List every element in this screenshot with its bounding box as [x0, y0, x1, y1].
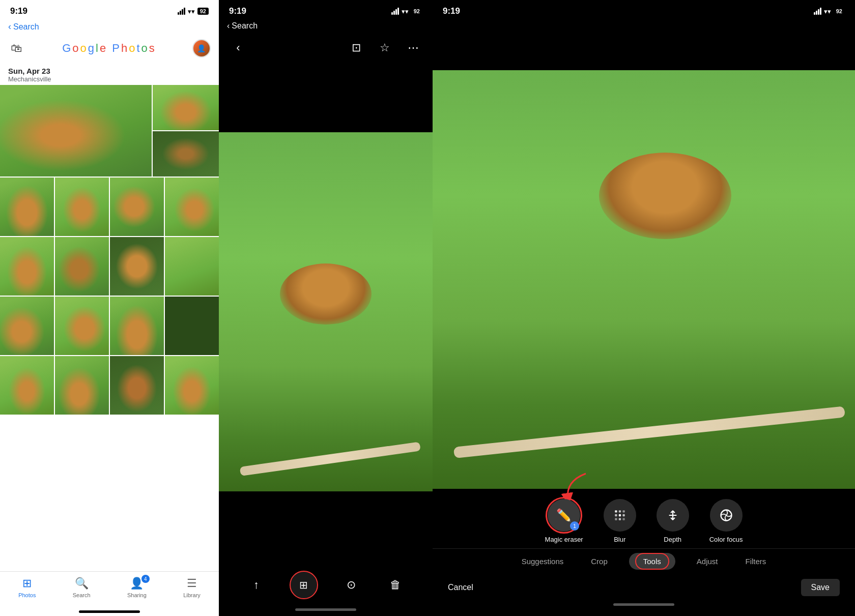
photo-cell-r5-1[interactable]: [0, 356, 54, 415]
photo-grid: [0, 85, 219, 571]
save-button[interactable]: Save: [801, 579, 840, 596]
signal-icon-viewer: [391, 8, 399, 15]
nav-photos-label: Photos: [18, 592, 36, 598]
photo-cell-r3-3[interactable]: [110, 237, 164, 296]
photo-cell-r2-3[interactable]: [110, 178, 164, 236]
more-icon[interactable]: ⋯: [404, 39, 422, 57]
photo-cell-r3-4[interactable]: [165, 237, 219, 296]
viewer-bottom-bar: ↑ ⊞ ⊙ 🗑: [219, 563, 433, 604]
tab-filters[interactable]: Filters: [739, 553, 772, 570]
tool-magic-eraser[interactable]: ✏️ 1 Magic eraser: [545, 499, 583, 543]
home-indicator-edit: [613, 603, 674, 606]
nav-library[interactable]: ☰ Library: [183, 577, 201, 598]
lens-icon[interactable]: ⊙: [340, 574, 362, 596]
tab-tools[interactable]: Tools: [629, 553, 675, 570]
signal-icon-edit: [814, 8, 821, 15]
photo-row-3: [0, 237, 219, 296]
color-focus-icon-circle: [710, 499, 743, 532]
nav-sharing[interactable]: 👤 4 Sharing: [127, 577, 147, 598]
panel-library: 9:19 ▾▾ 92 ‹ Search 🛍 Google Photos 👤 Su…: [0, 0, 219, 616]
edit-tabs: Suggestions Crop Tools Adjust Filters: [433, 548, 855, 574]
shop-icon[interactable]: 🛍: [8, 40, 24, 56]
back-viewer-icon[interactable]: ‹: [229, 39, 247, 57]
photo-cell-r3-2[interactable]: [55, 237, 109, 296]
tool-blur[interactable]: Blur: [604, 499, 636, 543]
tab-adjust[interactable]: Adjust: [691, 553, 724, 570]
date-section: Sun, Apr 23 Mechanicsville: [0, 63, 219, 85]
user-avatar[interactable]: 👤: [192, 39, 211, 57]
magic-eraser-wrapper: ✏️ 1 Magic eraser: [545, 499, 583, 543]
back-arrow-viewer-icon: ‹: [227, 21, 230, 31]
photo-row-2: [0, 178, 219, 236]
delete-icon[interactable]: 🗑: [384, 574, 407, 596]
photo-cell-r3-1[interactable]: [0, 237, 54, 296]
edit-button[interactable]: ⊞: [290, 571, 318, 599]
share-icon[interactable]: ↑: [245, 574, 268, 596]
tool-depth[interactable]: Depth: [657, 499, 689, 543]
battery-viewer: 92: [411, 8, 422, 15]
depth-icon-circle: [657, 499, 689, 532]
photo-row-5: [0, 356, 219, 415]
status-bar-library: 9:19 ▾▾ 92: [0, 0, 219, 19]
photo-cell-r2-2[interactable]: [55, 178, 109, 236]
wifi-icon-viewer: ▾▾: [402, 8, 409, 15]
top-nav-viewer: ‹ Search: [219, 19, 433, 35]
time-viewer: 9:19: [229, 6, 246, 16]
photos-icon: ⊞: [22, 577, 32, 590]
color-focus-icon: [719, 508, 733, 522]
svg-rect-5: [622, 514, 624, 516]
photo-cell-r5-4[interactable]: [165, 356, 219, 415]
color-focus-label: Color focus: [709, 536, 743, 543]
photo-cell-r4-4[interactable]: [165, 297, 219, 355]
battery-edit: 92: [834, 8, 845, 15]
nav-photos[interactable]: ⊞ Photos: [18, 577, 36, 598]
photo-cell-r4-2[interactable]: [55, 297, 109, 355]
tools-tab-selected-indicator: Tools: [635, 553, 669, 570]
photo-cell-r5-2[interactable]: [55, 356, 109, 415]
nav-sharing-label: Sharing: [127, 592, 147, 598]
photo-cell-small-2[interactable]: [153, 131, 219, 177]
photo-cell-r4-3[interactable]: [110, 297, 164, 355]
app-header: 🛍 Google Photos 👤: [0, 36, 219, 63]
nav-library-label: Library: [183, 592, 201, 598]
time-edit: 9:19: [443, 6, 460, 16]
blur-label: Blur: [614, 536, 625, 543]
top-nav-library: ‹ Search: [0, 19, 219, 36]
nav-search[interactable]: 🔍 Search: [73, 577, 91, 598]
tab-crop[interactable]: Crop: [585, 553, 614, 570]
edit-action-bar: Cancel Save: [433, 574, 855, 600]
magic-eraser-icon: ✏️: [556, 508, 572, 522]
photo-cell-large[interactable]: [0, 85, 152, 177]
star-icon[interactable]: ☆: [376, 39, 394, 57]
time-library: 9:19: [10, 6, 27, 16]
photo-cell-r4-1[interactable]: [0, 297, 54, 355]
photo-cell-small-1[interactable]: [153, 85, 219, 130]
photo-cell-r2-1[interactable]: [0, 178, 54, 236]
magic-eraser-label: Magic eraser: [545, 536, 583, 543]
svg-rect-1: [619, 510, 621, 512]
edit-photo-area[interactable]: [433, 19, 855, 489]
status-bar-viewer: 9:19 ▾▾ 92: [219, 0, 433, 19]
back-button-viewer[interactable]: ‹ Search: [227, 21, 258, 31]
magic-eraser-badge: 1: [570, 521, 579, 531]
panel-edit: 9:19 ▾▾ 92: [433, 0, 855, 616]
status-icons-edit: ▾▾ 92: [814, 8, 845, 15]
svg-rect-0: [615, 510, 617, 512]
cast-icon[interactable]: ⊡: [347, 39, 365, 57]
bottom-nav: ⊞ Photos 🔍 Search 👤 4 Sharing ☰ Library: [0, 571, 219, 608]
blur-icon: [613, 509, 626, 522]
home-indicator-viewer: [295, 608, 356, 611]
tab-suggestions[interactable]: Suggestions: [516, 553, 570, 570]
photo-cell-r5-3[interactable]: [110, 356, 164, 415]
date-text: Sun, Apr 23: [8, 67, 211, 75]
back-label-viewer: Search: [232, 21, 258, 31]
photo-cell-r2-4[interactable]: [165, 178, 219, 236]
cancel-button[interactable]: Cancel: [448, 583, 473, 592]
library-icon: ☰: [187, 577, 197, 590]
tool-color-focus[interactable]: Color focus: [709, 499, 743, 543]
back-button-library[interactable]: ‹ Search: [8, 21, 39, 32]
svg-rect-4: [619, 514, 621, 516]
svg-rect-7: [619, 518, 621, 520]
magic-eraser-icon-circle: ✏️ 1: [548, 499, 580, 532]
viewer-image[interactable]: [219, 61, 433, 563]
